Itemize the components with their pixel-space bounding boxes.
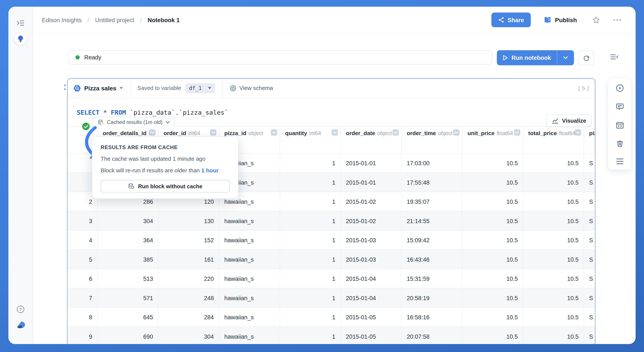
- deepnote-logo[interactable]: [15, 320, 26, 331]
- column-name: order_time: [407, 130, 436, 136]
- table-of-contents-button[interactable]: [607, 52, 621, 63]
- table-cell: 304: [158, 327, 219, 344]
- share-label: Share: [508, 16, 524, 23]
- table-cell: 16:43:46: [402, 250, 462, 269]
- table-cell: 513: [98, 269, 158, 288]
- column-menu-chevron-icon[interactable]: [453, 129, 460, 136]
- app-canvas: ? Edison Insights / Untitled project / N…: [0, 0, 644, 352]
- main-window: ? Edison Insights / Untitled project / N…: [8, 7, 636, 344]
- column-name: order_date: [346, 130, 375, 136]
- table-cell: 10.5: [462, 231, 523, 250]
- tooltip-line2-text: Block will re-run if results are older t…: [101, 168, 201, 174]
- help-button[interactable]: ?: [16, 305, 25, 314]
- sql-token: `pizza_data`.`pizza_sales`: [126, 109, 228, 116]
- column-name: order_id: [164, 130, 186, 136]
- more-options-button[interactable]: [611, 17, 623, 23]
- table-row: 8645284hawaiian_s12015-01-0516:58:1610.5…: [68, 308, 595, 327]
- notebook-status-bar[interactable]: Ready: [68, 50, 492, 64]
- table-cell: 2015-01-04: [341, 269, 402, 288]
- table-cell: 20:58:19: [402, 288, 462, 307]
- lightbulb-avatar-icon: [14, 33, 27, 45]
- cache-tooltip: RESULTS ARE FROM CACHE The cache was las…: [92, 136, 238, 199]
- expand-sidebar-button[interactable]: [16, 18, 25, 28]
- favorite-button[interactable]: [590, 14, 602, 26]
- table-cell: 10.5: [523, 250, 584, 269]
- table-cell: 220: [158, 269, 219, 288]
- tooltip-line2: Block will re-run if results are older t…: [101, 168, 230, 174]
- table-cell: 2015-01-02: [341, 211, 402, 230]
- publish-button[interactable]: Publish: [541, 16, 580, 24]
- table-cell: hawaiian_s: [219, 231, 280, 250]
- column-menu-chevron-icon[interactable]: [271, 129, 277, 136]
- sql-token: FROM: [111, 109, 126, 116]
- variable-name: df_1: [189, 85, 202, 91]
- table-row: 4364152hawaiian_s12015-01-0315:09:4210.5…: [68, 231, 595, 250]
- table-cell: 1: [280, 288, 341, 307]
- column-menu-chevron-icon[interactable]: [514, 129, 520, 136]
- table-cell: 9: [68, 327, 98, 344]
- table-cell: 284: [158, 308, 219, 327]
- visualize-button[interactable]: Visualize: [546, 114, 592, 127]
- table-cell: hawaiian_s: [219, 211, 280, 230]
- column-menu-chevron-icon[interactable]: [210, 129, 216, 136]
- topbar: Edison Insights / Untitled project / Not…: [33, 7, 636, 33]
- view-code-button[interactable]: [615, 121, 624, 130]
- table-cell: 10.5: [523, 192, 584, 211]
- table-cell: 10.5: [462, 192, 523, 211]
- workspace-avatar[interactable]: [14, 33, 27, 45]
- table-cell: 17:03:00: [402, 154, 462, 173]
- table-cell: 571: [98, 288, 158, 307]
- table-cell: 2015-01-03: [341, 231, 402, 250]
- sql-token: *: [99, 109, 111, 116]
- column-menu-chevron-icon[interactable]: [149, 129, 156, 136]
- block-menu-button[interactable]: [615, 158, 624, 165]
- breadcrumb-project[interactable]: Untitled project: [95, 16, 134, 23]
- tooltip-heading: RESULTS ARE FROM CACHE: [101, 144, 230, 150]
- table-cell: 10.5: [523, 231, 584, 250]
- table-cell: 1: [280, 308, 341, 327]
- run-notebook-label: Run notebook: [512, 54, 551, 61]
- share-button[interactable]: Share: [491, 12, 531, 27]
- table-row: 6513220hawaiian_s12015-01-0415:31:5910.5…: [68, 269, 595, 288]
- column-header[interactable]: piz: [584, 127, 596, 153]
- column-header[interactable]: total_pricefloat64: [523, 127, 584, 153]
- block-title-caret-icon[interactable]: [120, 87, 123, 89]
- column-header[interactable]: unit_pricefloat64: [462, 127, 523, 153]
- column-type: object: [438, 130, 452, 136]
- table-cell: 10.5: [523, 308, 584, 327]
- variable-dropdown[interactable]: df_1: [185, 83, 215, 93]
- view-schema-button[interactable]: View schema: [230, 85, 273, 91]
- table-cell: 1: [280, 192, 341, 211]
- column-header[interactable]: order_dateobject: [341, 127, 402, 153]
- cached-results-badge[interactable]: Cached results (1m old): [93, 117, 175, 127]
- cache-ttl-link[interactable]: 1 hour: [201, 168, 218, 174]
- table-cell: S: [584, 154, 596, 173]
- column-menu-chevron-icon[interactable]: [392, 129, 399, 136]
- menu-icon: [615, 158, 624, 165]
- run-block-button[interactable]: [615, 84, 624, 93]
- table-cell: hawaiian_s: [219, 308, 280, 327]
- run-without-cache-button[interactable]: Run block without cache: [101, 180, 230, 192]
- refresh-button[interactable]: [579, 50, 594, 65]
- run-options-dropdown[interactable]: [557, 50, 574, 65]
- column-menu-chevron-icon[interactable]: [332, 129, 338, 136]
- status-label: Ready: [84, 54, 101, 61]
- table-cell: 2015-01-05: [341, 327, 402, 344]
- block-title[interactable]: Pizza sales: [84, 85, 116, 91]
- table-cell: 10.5: [462, 250, 523, 269]
- column-header[interactable]: quantityint64: [280, 127, 341, 153]
- table-cell: 10.5: [462, 173, 523, 192]
- table-cell: 364: [98, 231, 158, 250]
- run-notebook-button[interactable]: Run notebook: [497, 50, 574, 65]
- column-menu-chevron-icon[interactable]: [575, 129, 581, 136]
- table-cell: hawaiian_s: [219, 327, 280, 344]
- delete-block-button[interactable]: [615, 139, 624, 148]
- breadcrumb-workspace[interactable]: Edison Insights: [42, 16, 82, 23]
- breadcrumb: Edison Insights / Untitled project / Not…: [42, 16, 180, 23]
- column-type: int64: [188, 130, 200, 136]
- block-toolbar: [608, 79, 631, 170]
- column-header[interactable]: order_timeobject: [402, 127, 462, 153]
- comment-button[interactable]: [615, 102, 624, 111]
- breadcrumb-separator: /: [88, 16, 89, 23]
- ellipsis-icon: [613, 19, 621, 21]
